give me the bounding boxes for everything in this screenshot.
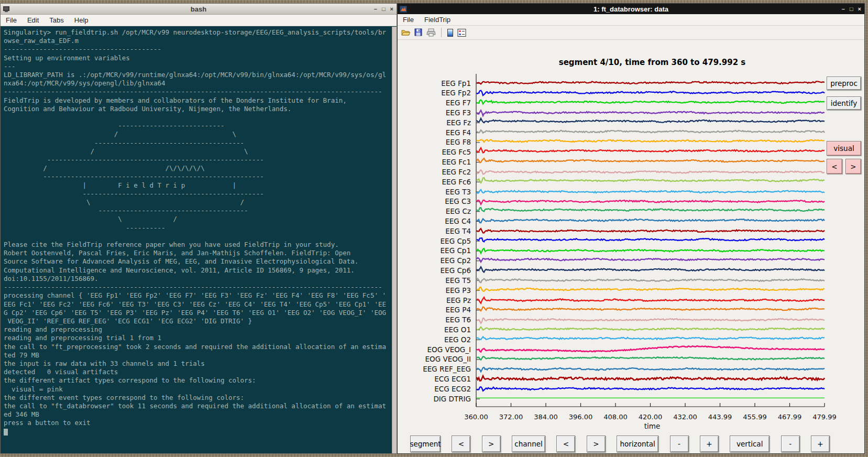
channel-trace-EEG-O2[interactable] [477,337,825,340]
terminal-titlebar[interactable]: bash –□× [1,4,397,15]
maximize-icon[interactable]: □ [382,6,386,12]
channel-label: EEG Fz [446,118,471,127]
channel-trace-EOG-VEOG_II[interactable] [477,356,825,360]
x-tick-label: 396.00 [569,413,593,421]
close-icon[interactable]: × [858,6,861,12]
figure-menu-fieldtrip[interactable]: FieldTrip [419,14,456,25]
x-tick-label: 360.00 [464,413,488,421]
bottom-button-channel[interactable]: channel [512,436,545,452]
minimize-icon[interactable]: – [374,6,377,12]
channel-trace-EEG-T3[interactable] [477,190,825,193]
channel-trace-EEG-T6[interactable] [477,318,825,323]
eeg-plot[interactable]: 360.00372.00384.00396.00408.00420.00432.… [398,40,865,454]
channel-label: EEG F7 [446,99,471,107]
channel-trace-EEG-Fp1[interactable] [477,81,825,84]
channel-trace-EEG-Fc1[interactable] [477,158,825,162]
channel-trace-EEG-Cp1[interactable] [477,248,825,253]
print-icon[interactable] [426,28,436,37]
channel-trace-ECG-ECG2[interactable] [477,387,825,391]
bottom-button-vertical-minus[interactable]: - [781,436,800,452]
channel-trace-EEG-F3[interactable] [477,110,825,116]
terminal-menu-edit[interactable]: Edit [22,15,44,26]
bottom-button-row: segment<>channel<>horizontal-+vertical-+ [410,436,830,452]
channel-trace-EEG-P3[interactable] [477,287,825,291]
visual-artifact-button[interactable]: visual [827,141,861,156]
channel-trace-EEG-Fc2[interactable] [477,170,825,174]
figure-titlebar[interactable]: 1: ft_databrowser: data –□× [398,4,864,14]
channel-trace-EOG-VEOG_I[interactable] [477,346,825,352]
legend-icon[interactable] [457,28,466,37]
bottom-button-horizontal-minus[interactable]: - [670,436,689,452]
channel-trace-EEG-Cp6[interactable] [477,267,825,272]
x-tick-label: 479.99 [812,413,837,421]
bottom-button-segment-next[interactable]: > [482,436,501,452]
channel-trace-EEG-F8[interactable] [477,139,825,142]
channel-trace-EEG-F4[interactable] [477,130,825,133]
terminal-icon [3,6,10,13]
terminal-menu-help[interactable]: Help [69,15,94,26]
channel-trace-ECG-ECG1[interactable] [477,376,825,380]
terminal-scrollbar[interactable] [392,27,397,453]
channel-trace-EEG-REF_EEG[interactable] [477,367,825,372]
channel-label: EEG Cp5 [441,237,471,245]
terminal-menu-tabs[interactable]: Tabs [44,15,69,26]
channel-trace-EEG-Fc5[interactable] [477,148,825,153]
channel-label: EEG T3 [445,188,471,196]
save-icon[interactable] [414,28,423,37]
channel-trace-EEG-Fp2[interactable] [477,91,825,95]
x-tick-label: 420.00 [639,413,663,421]
terminal-menu-file[interactable]: File [1,15,22,26]
matlab-icon [400,6,407,13]
colorbar-icon[interactable] [447,28,454,37]
x-tick-label: 455.99 [743,413,767,421]
channel-label: EEG T6 [445,315,471,324]
channel-trace-EEG-O1[interactable] [477,327,825,331]
channel-trace-EEG-Fc6[interactable] [477,178,825,183]
channel-trace-EEG-P4[interactable] [477,307,825,311]
bottom-button-vertical-plus[interactable]: + [811,436,830,452]
bottom-button-horizontal-plus[interactable]: + [700,436,719,452]
channel-label: EEG T5 [445,276,471,285]
bottom-button-channel-prev[interactable]: < [556,436,575,452]
bottom-button-horizontal[interactable]: horizontal [617,436,658,452]
maximize-icon[interactable]: □ [850,6,853,12]
open-icon[interactable] [401,28,411,37]
channel-label: EEG O1 [444,325,471,334]
channel-label: EEG F3 [446,108,471,117]
channel-trace-EEG-C4[interactable] [477,219,825,223]
artifact-next-button[interactable]: > [845,159,861,174]
terminal-cursor [4,429,8,436]
x-tick-label: 372.00 [499,413,523,421]
toolbar-separator [441,28,442,37]
figure-toolbar [398,26,864,40]
channel-trace-EEG-T5[interactable] [477,279,825,283]
x-tick-label: 443.99 [708,413,732,421]
bottom-button-segment-prev[interactable]: < [452,436,470,452]
bottom-button-vertical[interactable]: vertical [730,436,770,452]
channel-label: EEG Fp2 [441,89,471,97]
terminal-text: Singularity> run_fieldtrip.sh /opt/MCR/v… [4,28,392,436]
channel-trace-EEG-F7[interactable] [477,100,825,104]
close-icon[interactable]: × [390,6,393,12]
artifact-prev-button[interactable]: < [827,159,842,174]
x-tick-label: 384.00 [534,413,558,421]
channel-trace-EEG-Cp2[interactable] [477,258,825,262]
channel-trace-EEG-C3[interactable] [477,200,825,204]
channel-label: EEG Cp2 [441,256,471,265]
identify-button[interactable]: identify [827,96,861,110]
channel-label: EEG Fc1 [442,158,471,166]
terminal-title: bash [1,5,397,13]
channel-label: EEG F8 [446,138,471,146]
channel-trace-EEG-Fz[interactable] [477,118,825,123]
channel-trace-EEG-Pz[interactable] [477,297,825,303]
channel-trace-EEG-Cp5[interactable] [477,238,825,242]
figure-menu-file[interactable]: File [398,14,419,25]
terminal-menubar: FileEditTabsHelp [1,15,397,26]
bottom-button-channel-next[interactable]: > [587,436,606,452]
terminal-output[interactable]: Singularity> run_fieldtrip.sh /opt/MCR/v… [1,27,392,453]
preproc-button[interactable]: preproc [827,77,861,90]
bottom-button-segment[interactable]: segment [410,436,441,452]
channel-trace-EEG-T4[interactable] [477,229,825,233]
minimize-icon[interactable]: – [842,6,845,12]
channel-trace-EEG-Cz[interactable] [477,208,825,211]
